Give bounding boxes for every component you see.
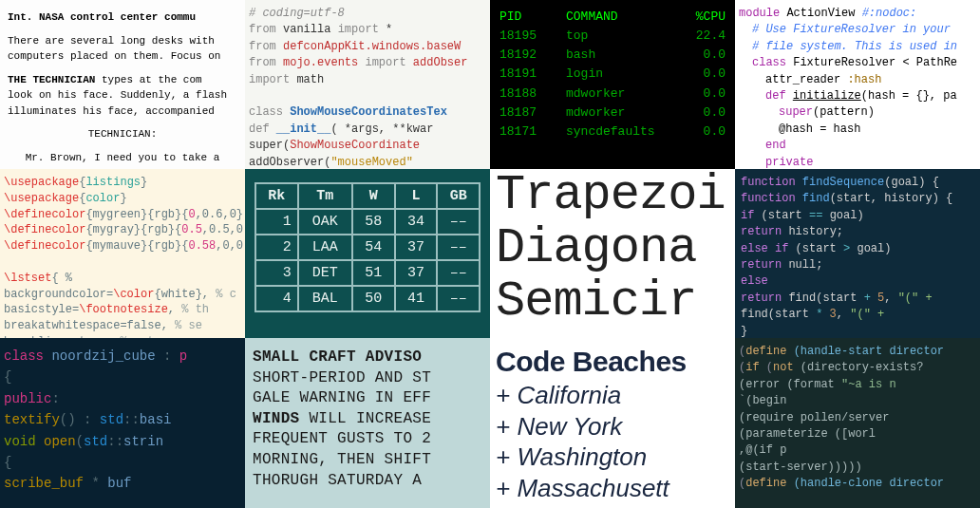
- display-word: Diagona: [496, 222, 729, 275]
- process-row: 18188mdworker0.0: [499, 85, 726, 103]
- list-item: + New York: [496, 411, 729, 442]
- list-item: + Washington: [496, 442, 729, 473]
- list-item: + California: [496, 380, 729, 411]
- display-word: Trapezoi: [496, 169, 729, 222]
- cpp-code-panel: class noordzij_cube : p { public: textif…: [0, 338, 245, 508]
- action-text: THE TECHNICIAN types at the comlook on h…: [8, 72, 237, 120]
- screenplay-panel: Int. NASA control center commu There are…: [0, 0, 245, 169]
- process-row: 18187mdworker0.0: [499, 103, 726, 122]
- table-row: 3DET5137––: [255, 260, 480, 286]
- weather-advisory-panel: SMALL CRAFT ADVISO SHORT-PERIOD AND ST G…: [245, 338, 490, 508]
- process-row: 18192bash0.0: [499, 46, 726, 65]
- process-row: 18191login0.0: [499, 65, 726, 84]
- terminal-top-panel: PIDCOMMAND%CPU 18195top22.4 18192bash0.0…: [490, 0, 735, 169]
- python-code-panel: # coding=utf-8 from vanilla import * fro…: [245, 0, 490, 169]
- typography-sample-panel: Trapezoi Diagona Semicir: [490, 169, 735, 338]
- speaker-label: TECHNICIAN:: [8, 126, 237, 142]
- code-beaches-panel: Code Beaches + California + New York + W…: [490, 338, 735, 508]
- lisp-code-panel: (define (handle-start director (if (not …: [735, 338, 980, 508]
- standings-table: RkTmWLGB 1OAK5834–– 2LAA5437–– 3DET5137–…: [254, 182, 481, 312]
- advisory-heading: SMALL CRAFT ADVISO: [253, 348, 422, 366]
- standings-table-panel: RkTmWLGB 1OAK5834–– 2LAA5437–– 3DET5137–…: [245, 169, 490, 338]
- process-row: 18171syncdefaults0.0: [499, 122, 726, 141]
- dialogue-text: Mr. Brown, I need you to take a: [8, 150, 237, 166]
- process-row: 18195top22.4: [499, 27, 726, 46]
- table-row: 1OAK5834––: [255, 209, 480, 235]
- scene-heading: Int. NASA control center commu: [8, 9, 237, 26]
- action-text: There are several long desks with comput…: [8, 33, 237, 65]
- ruby-code-panel: module ActionView #:nodoc: # Use Fixture…: [735, 0, 980, 169]
- table-row: 2LAA5437––: [255, 235, 480, 260]
- latex-code-panel: \usepackage{listings} \usepackage{color}…: [0, 169, 245, 338]
- panel-title: Code Beaches: [496, 346, 729, 378]
- col-cpu: %CPU: [678, 8, 726, 27]
- col-command: COMMAND: [566, 8, 678, 27]
- display-word: Semicir: [496, 275, 729, 329]
- character-name: THE TECHNICIAN: [8, 74, 95, 85]
- col-pid: PID: [499, 8, 566, 27]
- table-row: 4BAL5041––: [255, 286, 480, 311]
- list-item: + Massachusett: [496, 473, 729, 504]
- javascript-code-panel: function findSequence(goal) { function f…: [735, 169, 980, 338]
